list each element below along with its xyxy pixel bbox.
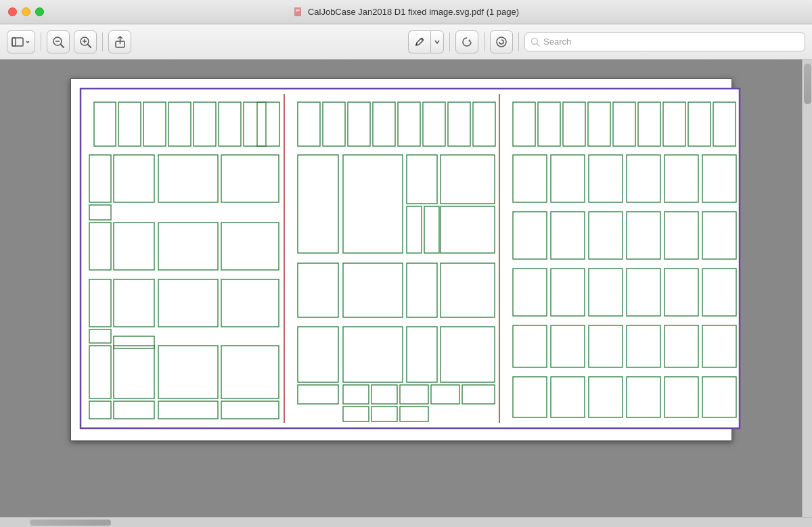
divider-5 xyxy=(518,32,519,51)
rotate-button[interactable] xyxy=(455,30,478,53)
annotation-dropdown-button[interactable] xyxy=(430,30,444,53)
vertical-scrollbar[interactable] xyxy=(802,60,812,517)
markup-button[interactable] xyxy=(490,30,513,53)
search-bar[interactable]: Search xyxy=(524,32,805,51)
svg-rect-3 xyxy=(296,12,298,12)
annotation-pen-button[interactable] xyxy=(408,30,430,53)
close-button[interactable] xyxy=(8,7,17,16)
pdf-page xyxy=(70,78,732,441)
divider-2 xyxy=(102,32,103,51)
svg-line-12 xyxy=(88,45,91,47)
pdf-icon xyxy=(293,7,304,18)
svg-point-15 xyxy=(497,37,506,47)
svg-rect-18 xyxy=(81,89,740,428)
share-icon xyxy=(114,36,126,48)
svg-point-14 xyxy=(422,39,423,40)
sidebar-toggle-button[interactable] xyxy=(7,30,35,53)
main-content xyxy=(0,60,812,517)
divider-1 xyxy=(41,32,41,51)
share-button[interactable] xyxy=(108,30,131,53)
markup-icon xyxy=(495,36,508,48)
toolbar: Search xyxy=(0,24,812,60)
minimize-button[interactable] xyxy=(22,7,30,16)
search-icon xyxy=(531,37,540,47)
zoom-out-icon xyxy=(52,36,64,48)
divider-4 xyxy=(484,32,484,51)
horizontal-scrollbar[interactable] xyxy=(0,517,812,527)
window-controls xyxy=(8,7,44,16)
svg-rect-1 xyxy=(296,9,300,9)
svg-rect-2 xyxy=(296,10,300,11)
titlebar-title: CalJobCase Jan2018 D1 fixed image.svg.pd… xyxy=(293,7,519,18)
chevron-down-small-icon xyxy=(25,39,30,45)
divider-3 xyxy=(449,32,450,51)
pdf-viewport[interactable] xyxy=(0,60,802,517)
vertical-scrollbar-thumb[interactable] xyxy=(804,64,811,104)
diagram-svg xyxy=(79,87,741,430)
svg-line-8 xyxy=(61,45,64,47)
svg-line-17 xyxy=(537,43,540,46)
svg-rect-5 xyxy=(12,38,23,46)
search-placeholder: Search xyxy=(543,37,571,47)
zoom-out-button[interactable] xyxy=(47,30,70,53)
chevron-down-icon xyxy=(434,40,440,44)
maximize-button[interactable] xyxy=(35,7,44,16)
zoom-in-button[interactable] xyxy=(74,30,97,53)
horizontal-scrollbar-thumb[interactable] xyxy=(30,520,111,526)
window-title: CalJobCase Jan2018 D1 fixed image.svg.pd… xyxy=(308,7,519,17)
titlebar: CalJobCase Jan2018 D1 fixed image.svg.pd… xyxy=(0,0,812,24)
rotate-icon xyxy=(461,36,473,48)
pen-icon xyxy=(414,37,425,47)
annotation-tools xyxy=(408,30,444,53)
sidebar-icon xyxy=(12,37,24,47)
zoom-in-icon xyxy=(79,36,91,48)
